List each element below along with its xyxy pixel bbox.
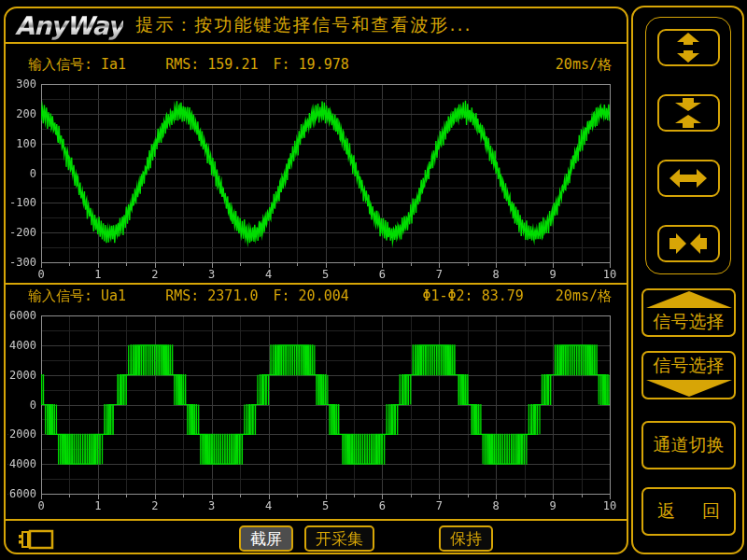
waveform-chart-ua1 [7,308,629,515]
compress-vertical-button[interactable] [657,94,720,132]
title-bar: AnyWay 提示：按功能键选择信号和查看波形... [6,8,627,44]
return-button[interactable]: 返 回 [641,487,736,536]
return-label-right: 回 [702,499,720,524]
signal-select-up-button[interactable]: 信号选择 [641,288,736,337]
screenshot-button[interactable]: 截屏 [239,525,293,552]
main-display-frame: AnyWay 提示：按功能键选择信号和查看波形... 输入信号: Ia1 RMS… [4,7,628,554]
hold-button[interactable]: 保持 [439,525,493,552]
channel-switch-button[interactable]: 通道切换 [641,421,736,469]
channel-switch-label: 通道切换 [654,433,725,457]
chart1-header: 输入信号: Ia1 RMS: 159.21 F: 19.978 20ms/格 [6,53,627,76]
chart1-freq-value: F: 19.978 [274,56,349,73]
sidebar-panel: 信号选择 信号选择 通道切换 返 回 [631,6,744,554]
chart2-timebase: 20ms/格 [556,287,612,305]
chart2-header: 输入信号: Ua1 RMS: 2371.0 F: 20.004 Φ1-Φ2: 8… [6,285,627,307]
chart1-timebase: 20ms/格 [556,56,612,74]
compress-vertical-icon [670,98,706,128]
chart1-signal-label: 输入信号: Ia1 [28,56,126,74]
hint-message: 提示：按功能键选择信号和查看波形... [136,13,472,37]
triangle-up-icon [646,291,732,308]
expand-horizontal-button[interactable] [657,160,720,197]
chart2-rms-value: RMS: 2371.0 [165,287,258,304]
battery-icon [17,527,54,552]
waveform-chart-ia1 [7,77,629,284]
anyway-logo: AnyWay [15,11,123,40]
expand-vertical-icon [670,33,706,63]
chart2-signal-label: 输入信号: Ua1 [28,287,126,305]
chart1-rms-value: RMS: 159.21 [165,56,258,73]
return-label-left: 返 [657,499,675,524]
signal-select-down-label: 信号选择 [654,354,725,378]
signal-select-down-button[interactable]: 信号选择 [641,351,736,399]
chart2-phase-value: Φ1-Φ2: 83.79 [422,287,523,304]
compress-horizontal-icon [669,231,707,256]
device-screen: AnyWay 提示：按功能键选择信号和查看波形... 输入信号: Ia1 RMS… [0,0,747,560]
bottom-bar: 截屏 开采集 保持 [6,521,627,553]
expand-vertical-button[interactable] [657,29,720,66]
signal-select-up-label: 信号选择 [654,310,725,334]
compress-horizontal-button[interactable] [657,225,720,262]
start-capture-button[interactable]: 开采集 [304,525,374,552]
triangle-down-icon [646,380,732,397]
expand-horizontal-icon [669,166,707,190]
waveform-zoom-group [645,17,731,274]
chart2-freq-value: F: 20.004 [274,287,349,304]
